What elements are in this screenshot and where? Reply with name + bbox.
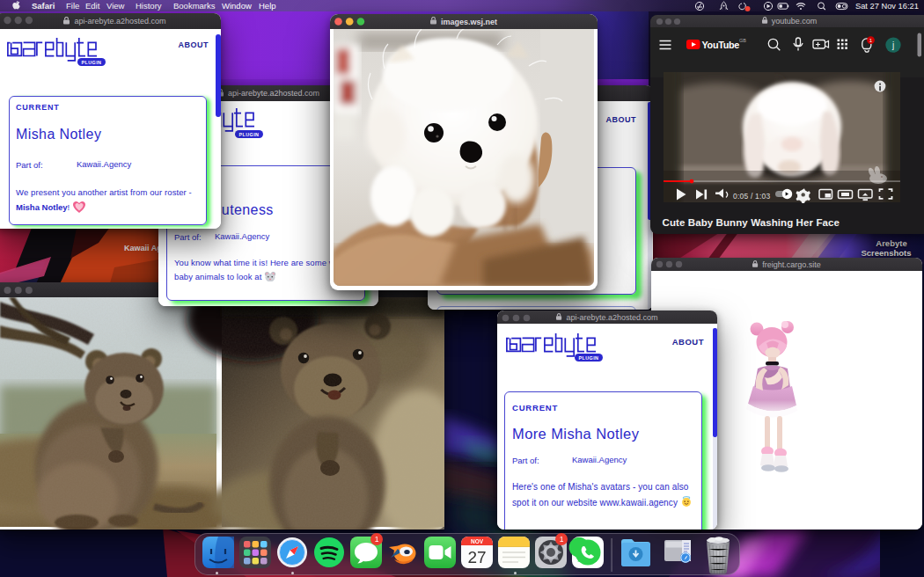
svg-text:1: 1 bbox=[375, 535, 379, 544]
svg-text:Kawaii Ag: Kawaii Ag bbox=[124, 244, 162, 252]
svg-text:0:05 / 1:03: 0:05 / 1:03 bbox=[733, 192, 770, 201]
svg-text:Help: Help bbox=[259, 1, 276, 11]
svg-text:Safari: Safari bbox=[32, 1, 55, 11]
svg-text:Edit: Edit bbox=[85, 1, 100, 11]
svg-text:Arebyte: Arebyte bbox=[876, 238, 906, 248]
svg-text:View: View bbox=[106, 1, 125, 11]
svg-text:1: 1 bbox=[560, 535, 564, 544]
svg-text:j: j bbox=[891, 40, 894, 50]
svg-text:YouTube: YouTube bbox=[702, 40, 740, 50]
svg-text:File: File bbox=[66, 1, 79, 11]
svg-text:27: 27 bbox=[467, 548, 486, 566]
svg-text:Screenshots: Screenshots bbox=[861, 248, 911, 258]
svg-text:History: History bbox=[136, 1, 162, 11]
svg-text:Window: Window bbox=[222, 1, 252, 11]
svg-text:Sat 27 Nov 16:21: Sat 27 Nov 16:21 bbox=[855, 2, 919, 11]
svg-text:NOV: NOV bbox=[471, 538, 484, 544]
svg-text:Bookmarks: Bookmarks bbox=[173, 1, 216, 11]
svg-text:GB: GB bbox=[739, 38, 746, 43]
svg-text:Cute Baby Bunny Washing Her Fa: Cute Baby Bunny Washing Her Face bbox=[663, 217, 840, 228]
